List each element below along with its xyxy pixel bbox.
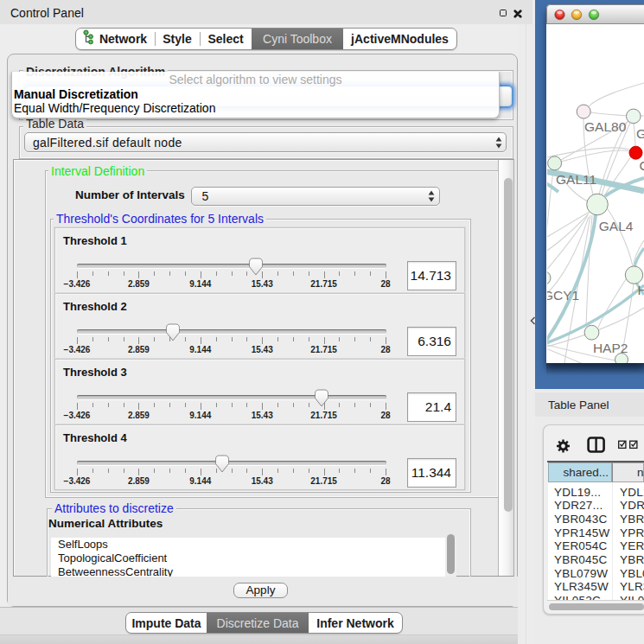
svg-text:GAL11: GAL11 xyxy=(556,172,596,187)
svg-text:GCY1: GCY1 xyxy=(547,288,579,303)
svg-text:GAL80: GAL80 xyxy=(584,119,627,134)
svg-text:H: H xyxy=(638,283,644,297)
svg-text:HAP2: HAP2 xyxy=(593,341,628,355)
svg-text:C: C xyxy=(640,158,644,173)
svg-text:GA: GA xyxy=(636,126,644,141)
svg-text:GAL4: GAL4 xyxy=(599,219,634,233)
